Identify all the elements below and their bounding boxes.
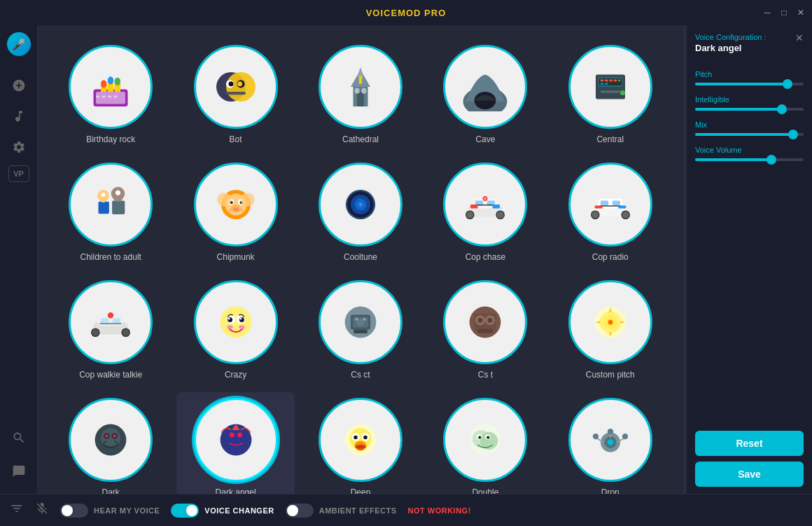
voice-card-children-to-adult[interactable]: Children to adult xyxy=(52,157,169,268)
svg-rect-22 xyxy=(357,92,364,106)
voice-card-dark-angel[interactable]: Dark angel xyxy=(176,392,294,494)
voice-label-cave: Cave xyxy=(475,134,495,144)
voice-changer-label: VOICE CHANGER xyxy=(204,506,274,515)
svg-point-103 xyxy=(227,325,232,329)
voice-card-bot[interactable]: Bot xyxy=(176,39,294,150)
svg-point-101 xyxy=(227,318,230,320)
title-bar: VOICEMOD PRO ─ □ ✕ xyxy=(0,0,812,25)
svg-rect-118 xyxy=(477,329,493,333)
voice-circle-double xyxy=(443,398,527,482)
slider-track-2[interactable] xyxy=(695,133,804,136)
voice-card-cop-walkie-talkie[interactable]: Cop walkie talkie xyxy=(52,275,169,385)
sidebar-logo[interactable]: 🎤 xyxy=(7,32,31,56)
config-close-button[interactable]: ✕ xyxy=(795,32,804,43)
voice-card-crazy[interactable]: Crazy xyxy=(176,275,294,385)
voice-grid-container[interactable]: Birthday rock Bot Cathedral Cave Central xyxy=(38,25,683,494)
config-title: Voice Configuration : xyxy=(695,32,766,43)
reset-button[interactable]: Reset xyxy=(695,431,804,456)
svg-point-104 xyxy=(239,325,244,329)
sidebar-item-add-effect[interactable] xyxy=(6,73,31,98)
sidebar-item-music[interactable] xyxy=(6,104,31,129)
slider-thumb-0[interactable] xyxy=(783,79,792,89)
slider-fill-0 xyxy=(695,83,788,85)
save-button[interactable]: Save xyxy=(695,462,804,487)
voice-label-dron: Dron xyxy=(601,487,620,494)
svg-point-132 xyxy=(237,433,242,438)
svg-rect-70 xyxy=(475,205,495,205)
voice-card-cooltune[interactable]: Cooltune xyxy=(302,157,419,268)
svg-rect-85 xyxy=(618,205,626,208)
voice-changer-toggle[interactable] xyxy=(171,504,199,518)
slider-thumb-2[interactable] xyxy=(788,130,798,139)
voice-card-cave[interactable]: Cave xyxy=(426,39,544,150)
voice-circle-dron xyxy=(568,398,652,482)
voice-card-custom-pitch[interactable]: Custom pitch xyxy=(552,275,669,385)
svg-rect-34 xyxy=(614,80,617,82)
close-window-button[interactable]: ✕ xyxy=(795,7,806,18)
svg-rect-1 xyxy=(96,92,125,104)
mute-mic-icon[interactable] xyxy=(35,501,49,519)
svg-rect-142 xyxy=(356,445,365,448)
voice-circle-chipmunk xyxy=(194,162,278,247)
voice-label-crazy: Crazy xyxy=(225,370,246,380)
svg-rect-37 xyxy=(605,83,608,85)
svg-rect-35 xyxy=(618,80,620,82)
svg-rect-83 xyxy=(599,205,621,206)
window-controls: ─ □ ✕ xyxy=(762,7,806,18)
voice-label-double: Double xyxy=(472,487,498,494)
voice-card-birthday-rock[interactable]: Birthday rock xyxy=(52,39,169,150)
svg-point-39 xyxy=(620,90,625,95)
slider-thumb-1[interactable] xyxy=(777,104,787,114)
slider-track-3[interactable] xyxy=(695,158,804,161)
voice-card-dark[interactable]: Dark xyxy=(52,392,169,494)
sidebar-bottom xyxy=(6,422,31,487)
slider-track-1[interactable] xyxy=(695,108,804,111)
voice-label-cooltune: Cooltune xyxy=(344,252,377,262)
mixer-icon[interactable] xyxy=(10,501,24,519)
svg-point-45 xyxy=(115,191,120,195)
voice-card-chipmunk[interactable]: Chipmunk xyxy=(176,157,294,268)
sidebar-item-search[interactable] xyxy=(6,425,31,450)
ambient-effects-group: AMBIENT EFFECTS xyxy=(286,504,397,518)
svg-point-54 xyxy=(217,193,231,207)
voice-card-dron[interactable]: Dron xyxy=(552,392,669,494)
svg-point-17 xyxy=(237,81,242,86)
ambient-effects-label: AMBIENT EFFECTS xyxy=(319,506,397,515)
hear-my-voice-group: HEAR MY VOICE xyxy=(60,504,160,518)
voice-card-deep[interactable]: Deep xyxy=(302,392,419,494)
svg-point-122 xyxy=(608,320,612,325)
sidebar-item-vp[interactable]: VP xyxy=(8,165,29,182)
voice-card-cs-t[interactable]: Cs t xyxy=(426,275,544,385)
svg-point-138 xyxy=(354,436,358,440)
ambient-effects-toggle[interactable] xyxy=(286,504,314,518)
svg-rect-84 xyxy=(594,205,602,208)
voice-card-cs-ct[interactable]: Cs ct xyxy=(302,275,419,385)
svg-rect-43 xyxy=(112,200,125,214)
voice-card-cop-radio[interactable]: Cop radio xyxy=(552,157,669,268)
voice-card-cathedral[interactable]: Cathedral xyxy=(302,39,419,150)
voice-label-cs-t: Cs t xyxy=(478,370,493,380)
voice-card-central[interactable]: Central xyxy=(552,39,669,150)
maximize-button[interactable]: □ xyxy=(778,7,790,18)
voice-label-deep: Deep xyxy=(351,487,371,494)
config-header: Voice Configuration : Dark angel ✕ xyxy=(695,32,804,64)
sidebar-item-settings[interactable] xyxy=(6,134,31,160)
slider-fill-2 xyxy=(695,133,793,136)
voice-circle-crazy xyxy=(194,280,278,364)
sidebar-item-chat[interactable] xyxy=(6,459,31,484)
voice-card-cop-chase[interactable]: Cop chase xyxy=(426,157,544,268)
svg-point-117 xyxy=(488,318,493,323)
voice-label-birthday-rock: Birthday rock xyxy=(86,134,135,144)
svg-point-111 xyxy=(363,318,365,321)
voice-label-custom-pitch: Custom pitch xyxy=(586,370,635,380)
voice-label-children-to-adult: Children to adult xyxy=(80,252,141,262)
slider-track-0[interactable] xyxy=(695,83,804,85)
voice-card-double[interactable]: Double xyxy=(426,392,544,494)
minimize-button[interactable]: ─ xyxy=(762,7,773,18)
slider-thumb-3[interactable] xyxy=(766,155,776,165)
svg-point-80 xyxy=(622,212,629,219)
sliders-container: Pitch Intelligible Mix Voice Volume xyxy=(695,70,804,171)
voice-circle-central xyxy=(568,45,652,129)
slider-fill-1 xyxy=(695,108,782,111)
hear-my-voice-toggle[interactable] xyxy=(60,504,88,518)
